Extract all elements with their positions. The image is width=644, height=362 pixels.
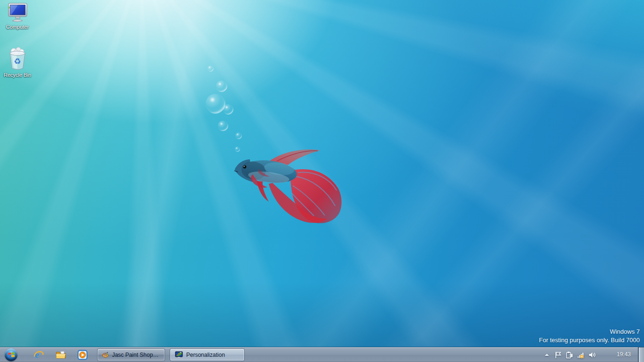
personalization-icon	[175, 351, 183, 359]
bubble	[223, 104, 233, 115]
desktop-icon-computer[interactable]: Computer	[0, 3, 36, 30]
quick-launch-windows-explorer[interactable]	[55, 349, 66, 361]
bubble	[206, 94, 225, 114]
media-player-icon	[77, 350, 88, 360]
show-desktop-button[interactable]	[638, 347, 644, 362]
computer-icon	[7, 3, 28, 23]
internet-explorer-icon: e	[33, 350, 44, 360]
desktop-icon-label: Recycle Bin	[4, 72, 31, 78]
taskbar-button-personalization[interactable]: Personalization	[170, 349, 244, 361]
quick-launch-internet-explorer[interactable]: e	[33, 349, 44, 361]
quick-launch-media-player[interactable]	[77, 349, 88, 361]
taskbar-button-label: Personalization	[186, 352, 225, 358]
folder-icon	[56, 350, 66, 360]
action-center-flag-icon[interactable]	[554, 351, 562, 359]
watermark-line2: For testing purposes only. Build 7000	[539, 336, 640, 345]
network-signal-icon[interactable]	[577, 351, 585, 359]
watermark-line1: Windows 7	[539, 328, 640, 336]
desktop-icon-label: Computer	[6, 24, 29, 30]
desktop-screen: Computer ♻ Recycle Bin Windows 7 For tes…	[0, 0, 644, 362]
bubble	[235, 132, 242, 139]
windows-flag-icon	[8, 351, 15, 358]
bubble	[216, 81, 227, 92]
taskbar-clock[interactable]: 19:43	[614, 347, 634, 362]
svg-text:♻: ♻	[14, 57, 21, 66]
bubble	[218, 121, 228, 131]
desktop-icon-recycle-bin[interactable]: ♻ Recycle Bin	[0, 47, 36, 78]
build-watermark: Windows 7 For testing purposes only. Bui…	[539, 328, 640, 345]
paint-shop-pro-icon	[102, 351, 109, 359]
start-button[interactable]	[5, 348, 17, 361]
taskbar-button-label: Jasc Paint Shop Pro -...	[112, 352, 160, 358]
bubble	[207, 66, 214, 72]
power-plug-icon[interactable]	[566, 351, 573, 359]
taskbar: e	[0, 347, 644, 362]
volume-icon[interactable]	[588, 351, 596, 359]
network-alert-badge	[580, 354, 584, 359]
show-hidden-icons-button[interactable]	[543, 351, 551, 359]
betta-fish	[232, 144, 346, 227]
recycle-bin-icon: ♻	[8, 47, 27, 71]
taskbar-button-jasc-paint-shop-pro[interactable]: Jasc Paint Shop Pro -...	[98, 349, 165, 361]
